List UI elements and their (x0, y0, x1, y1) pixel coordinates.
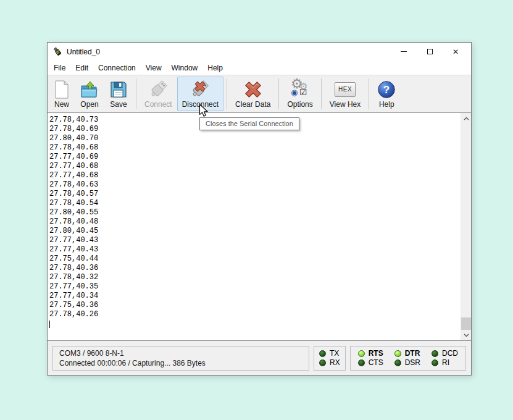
scroll-down-button[interactable] (461, 330, 471, 340)
led-indicator-ri: RI (432, 358, 458, 367)
led-label: DSR (405, 358, 420, 367)
txrx-led-box: TXRX (314, 346, 346, 371)
minimize-icon (401, 51, 407, 52)
led-on-icon (394, 350, 401, 357)
toolbar-separator (136, 78, 136, 109)
terminal-line: 27.77,40.69 (49, 153, 458, 162)
toolbar-separator (369, 78, 369, 109)
save-floppy-icon (109, 79, 128, 99)
led-indicator-cts: CTS (358, 358, 383, 367)
led-off-icon (432, 350, 438, 357)
minimize-button[interactable] (391, 43, 417, 61)
terminal-line: 27.77,40.43 (49, 236, 458, 245)
led-off-icon (319, 359, 326, 366)
terminal-line: 27.75,40.44 (49, 254, 458, 264)
clear-data-button[interactable]: Clear Data (230, 77, 275, 111)
clear-data-label: Clear Data (235, 100, 270, 109)
open-folder-icon (80, 79, 99, 99)
open-label: Open (80, 100, 98, 109)
terminal-line: 27.78,40.63 (49, 180, 458, 190)
led-label: RX (330, 358, 340, 367)
terminal-output[interactable]: 27.78,40.7327.78,40.6927.80,40.7027.78,4… (48, 113, 461, 340)
led-label: RI (442, 358, 449, 367)
view-hex-button[interactable]: HEX View Hex (325, 77, 365, 111)
terminal-area[interactable]: 27.78,40.7327.78,40.6927.80,40.7027.78,4… (48, 112, 471, 341)
maximize-button[interactable] (417, 43, 443, 61)
terminal-line: 27.78,40.57 (49, 190, 458, 199)
led-off-icon (319, 350, 326, 357)
checkbox-icon: ☑ (299, 87, 307, 97)
options-label: Options (287, 100, 312, 109)
window-controls: ✕ (391, 43, 469, 61)
led-indicator-dtr: DTR (394, 349, 420, 358)
toolbar: New Open (48, 75, 471, 112)
hex-badge-text: HEX (338, 86, 352, 93)
menu-item-view[interactable]: View (141, 62, 167, 74)
tooltip: Closes the Serial Connection (199, 117, 299, 130)
vertical-scrollbar[interactable] (461, 113, 471, 340)
mouse-cursor-icon (199, 104, 209, 119)
app-logo-icon (53, 47, 63, 57)
led-off-icon (432, 359, 438, 366)
led-off-icon (358, 359, 365, 366)
led-label: DTR (405, 349, 420, 358)
signal-led-box: RTSCTSDTRDSRDCDRI (350, 346, 466, 371)
terminal-line: 27.78,40.32 (49, 273, 458, 282)
menu-item-file[interactable]: File (49, 62, 70, 74)
terminal-line: 27.77,40.68 (49, 171, 458, 180)
led-label: TX (330, 349, 339, 358)
terminal-line: 27.77,40.43 (49, 245, 458, 254)
terminal-line: 27.77,40.34 (49, 292, 458, 301)
toolbar-separator (321, 78, 322, 109)
options-button[interactable]: ⚙ ⚙ ◉ ☑ Options (282, 77, 317, 111)
hex-box-icon: HEX (335, 79, 356, 99)
terminal-line: 27.78,40.68 (49, 143, 458, 153)
menu-item-edit[interactable]: Edit (70, 62, 93, 74)
led-on-icon (358, 350, 365, 357)
view-hex-label: View Hex (330, 100, 361, 109)
svg-text:?: ? (383, 84, 390, 96)
terminal-line: 27.80,40.70 (49, 134, 458, 143)
led-indicator-rx: RX (319, 358, 340, 367)
connection-info-box: COM3 / 9600 8-N-1 Connected 00:00:06 / C… (52, 346, 309, 371)
red-x-icon (244, 79, 262, 99)
toolbar-separator (278, 78, 279, 109)
led-indicator-tx: TX (319, 349, 340, 358)
terminal-line: 27.77,40.35 (49, 282, 458, 292)
led-indicator-dcd: DCD (432, 349, 458, 358)
usb-disconnect-icon (190, 79, 211, 99)
save-label: Save (110, 100, 127, 109)
menu-item-help[interactable]: Help (202, 62, 228, 74)
led-label: RTS (369, 349, 383, 358)
terminal-line: 27.78,40.26 (49, 310, 458, 319)
usb-connect-icon (148, 79, 168, 99)
save-button[interactable]: Save (104, 77, 133, 111)
led-indicator-rts: RTS (358, 349, 383, 358)
chevron-down-icon (464, 334, 469, 337)
maximize-icon (427, 49, 433, 54)
gears-settings-icon: ⚙ ⚙ ◉ ☑ (290, 79, 310, 99)
window-title: Untitled_0 (67, 48, 391, 56)
chevron-up-icon (464, 117, 469, 120)
menu-item-window[interactable]: Window (167, 62, 203, 74)
menu-item-connection[interactable]: Connection (93, 62, 141, 74)
menu-bar: FileEditConnectionViewWindowHelp (48, 61, 471, 75)
terminal-line: 27.80,40.45 (49, 227, 458, 236)
terminal-caret-line (49, 319, 458, 329)
help-button[interactable]: ? Help (372, 77, 401, 111)
scrollbar-thumb[interactable] (461, 317, 471, 330)
connect-button[interactable]: Connect (140, 77, 177, 111)
scroll-up-button[interactable] (461, 113, 471, 124)
led-off-icon (394, 359, 401, 366)
terminal-line: 27.77,40.68 (49, 162, 458, 171)
title-bar[interactable]: Untitled_0 ✕ (48, 43, 471, 61)
close-icon: ✕ (453, 48, 459, 56)
new-label: New (54, 100, 69, 109)
terminal-line: 27.78,40.36 (49, 264, 458, 273)
port-settings-text: COM3 / 9600 8-N-1 (59, 348, 302, 358)
close-button[interactable]: ✕ (443, 43, 469, 61)
connection-status-text: Connected 00:00:06 / Capturing... 386 By… (59, 358, 302, 368)
new-button[interactable]: New (49, 77, 75, 111)
open-button[interactable]: Open (75, 77, 104, 111)
terminal-line: 27.78,40.48 (49, 217, 458, 227)
